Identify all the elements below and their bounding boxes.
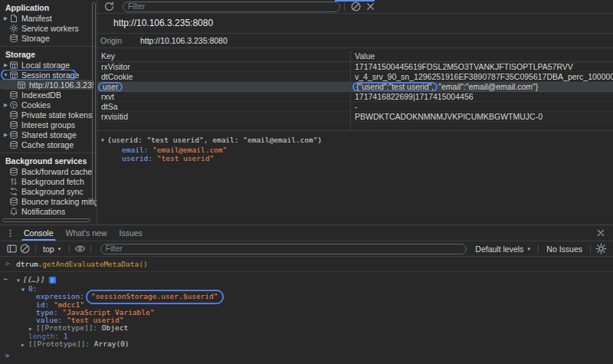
create-live-expression-icon[interactable] — [74, 244, 86, 254]
chevron-down-icon: ▼ — [57, 247, 62, 251]
sidebar-item-storage[interactable]: Storage — [0, 33, 97, 43]
column-header-key[interactable]: Key — [97, 51, 350, 61]
chevron-collapsed-icon[interactable]: ▶ — [2, 132, 9, 138]
chevron-collapsed-icon[interactable]: ▶ — [21, 341, 28, 349]
sidebar-item-background-fetch[interactable]: Background fetch — [0, 176, 97, 186]
sidebar-vertical-scrollbar[interactable] — [92, 2, 96, 203]
table-row-rxvt[interactable]: rxvt1717416822699|1717415004456 — [97, 92, 613, 102]
sidebar-item-local-storage[interactable]: ▶Local storage — [0, 60, 97, 70]
storage-filter-input[interactable] — [123, 2, 340, 12]
storage-items-table: Key Value rxVisitor171741500445619FDSL2M… — [97, 51, 613, 131]
table-icon — [17, 80, 26, 90]
property-key: [[Prototype]]: — [28, 339, 90, 348]
sidebar-item-back-forward-cache[interactable]: Back/forward cache — [0, 166, 97, 176]
property-value: Object — [102, 323, 128, 332]
console-messages: > dtrum.getAndEvaluateMetaData() ← ▼[{…}… — [0, 257, 613, 361]
sidebar-item-manifest[interactable]: ▶Manifest — [0, 13, 97, 23]
sidebar-item-session-storage[interactable]: ▼Session storage — [0, 70, 97, 80]
sidebar-item-indexeddb[interactable]: IndexedDB — [0, 90, 97, 100]
table-row-rxvisitid[interactable]: rxvisitidPBWDKTCADOKNMNMJVKPICUMKBGWTMUJ… — [97, 112, 613, 122]
sidebar-item-label: Notifications — [21, 207, 65, 216]
console-toolbar: top▼ Default levels▼ No Issues — [0, 241, 613, 257]
chevron-collapsed-icon[interactable]: ▶ — [2, 62, 9, 68]
sidebar-divider — [0, 46, 97, 47]
console-settings-icon[interactable] — [595, 244, 607, 254]
more-options-icon[interactable] — [5, 228, 15, 238]
database-icon — [9, 90, 18, 100]
sidebar-item-label: Interest groups — [21, 120, 75, 130]
tab-whats-new[interactable]: What's new — [60, 225, 113, 241]
info-icon[interactable]: i — [49, 277, 56, 284]
sidebar-item-bounce-tracking-mitigations[interactable]: Bounce tracking mitigations — [0, 196, 97, 206]
sidebar-section-title: Storage — [0, 49, 97, 60]
preview-summary-text: {userid: "test userid", email: "email@em… — [107, 136, 322, 144]
command-object: dtrum. — [16, 260, 42, 268]
sidebar-item-notifications[interactable]: Notifications — [0, 206, 97, 216]
console-prompt[interactable]: > — [0, 352, 613, 361]
origin-row: Origin http://10.106.3.235:8080 — [97, 34, 613, 48]
sidebar-item-label: Session storage — [21, 71, 79, 80]
tab-console[interactable]: Console — [18, 225, 60, 241]
sidebar-item-label: Service workers — [21, 24, 79, 33]
column-header-value[interactable]: Value — [350, 51, 613, 61]
database-icon — [9, 34, 18, 43]
service-worker-icon — [9, 24, 18, 33]
preview-summary[interactable]: ▼{userid: "test userid", email: "email@e… — [101, 136, 613, 146]
console-result-summary[interactable]: ← ▼[{…}]i — [0, 272, 613, 285]
preview-key: userid: — [122, 154, 157, 162]
chevron-expanded-icon[interactable]: ▼ — [17, 277, 20, 284]
tab-issues[interactable]: Issues — [113, 225, 148, 241]
chevron-expanded-icon[interactable]: ▼ — [2, 72, 9, 77]
sidebar-item-interest-groups[interactable]: Interest groups — [0, 120, 97, 130]
console-sidebar-toggle-icon[interactable] — [6, 244, 18, 254]
sidebar-item-shared-storage[interactable]: ▶Shared storage — [0, 130, 97, 139]
sidebar-item-service-workers[interactable]: Service workers — [0, 23, 97, 33]
annotation-highlight: user — [98, 82, 123, 91]
sidebar-item-label: Private state tokens — [21, 110, 92, 120]
table-row-dtcookie[interactable]: dtCookiev_4_srv_90_sn_1296251916EF389078… — [97, 72, 613, 82]
chevron-collapsed-icon[interactable]: ▶ — [2, 15, 9, 21]
refresh-icon[interactable] — [103, 2, 115, 12]
toolbar-divider — [590, 244, 591, 253]
table-cell-value: 1717416822699|1717415004456 — [350, 92, 613, 101]
sidebar-item-label: Back/forward cache — [21, 167, 92, 176]
table-row-dtsa[interactable]: dtSa- — [97, 102, 613, 112]
sidebar-horizontal-scrollbar[interactable] — [2, 218, 90, 222]
active-panel-tab-indicator — [335, 0, 375, 2]
command-method: getAndEvaluateMetaData() — [42, 260, 147, 268]
table-cell-key: rxvisitid — [97, 112, 350, 121]
table-cell-key: dtSa — [97, 102, 350, 111]
sidebar-item-label: http://10.106.3.235:8080 — [29, 80, 93, 90]
delete-item-icon[interactable] — [365, 2, 376, 12]
close-drawer-icon[interactable] — [595, 228, 606, 238]
sidebar-item-cache-storage[interactable]: Cache storage — [0, 139, 97, 149]
toolbar-divider — [344, 2, 345, 11]
sidebar-item-cookies[interactable]: ▶Cookies — [0, 100, 97, 110]
sync-icon — [9, 187, 18, 196]
sidebar-item-http-10-106-3-235-8080[interactable]: http://10.106.3.235:8080 — [0, 80, 93, 90]
table-row-rxvisitor[interactable]: rxVisitor171741500445619FDSL2M5O3TVANKJF… — [97, 62, 613, 72]
sidebar-item-private-state-tokens[interactable]: Private state tokens — [0, 110, 97, 120]
clear-storage-icon[interactable] — [350, 2, 362, 12]
database-icon — [9, 197, 18, 206]
console-tree-row-prototype[interactable]: ▶[[Prototype]]: Array(0) — [0, 340, 613, 348]
console-tree-row-expression[interactable]: expression: "sessionStorage.user.$userid… — [0, 293, 613, 300]
drawer-tab-bar: Console What's new Issues — [0, 225, 613, 241]
console-tree-row-prototype[interactable]: ▶[[Prototype]]: Object — [0, 324, 613, 332]
clear-console-icon[interactable] — [19, 244, 31, 254]
issues-status[interactable]: No Issues — [543, 244, 586, 254]
log-levels-dropdown[interactable]: Default levels▼ — [472, 244, 534, 254]
console-command-echo: > dtrum.getAndEvaluateMetaData() — [0, 257, 613, 272]
table-row-user[interactable]: user{"userid":"test userid","email":"ema… — [97, 82, 613, 92]
toolbar-divider — [538, 244, 539, 253]
table-cell-key: dtCookie — [97, 72, 350, 81]
console-filter-input[interactable] — [100, 244, 467, 254]
execution-context-selector[interactable]: top▼ — [40, 244, 65, 254]
table-cell-value: PBWDKTCADOKNMNMJVKPICUMKBGWTMUJC-0 — [350, 112, 613, 121]
chevron-expanded-icon[interactable]: ▼ — [101, 137, 104, 143]
sidebar-item-background-sync[interactable]: Background sync — [0, 186, 97, 196]
chevron-expanded-icon[interactable]: ▼ — [21, 286, 28, 293]
sidebar-item-label: Bounce tracking mitigations — [21, 197, 97, 206]
origin-value: http://10.106.3.235:8080 — [140, 36, 228, 45]
chevron-collapsed-icon[interactable]: ▶ — [2, 102, 9, 108]
